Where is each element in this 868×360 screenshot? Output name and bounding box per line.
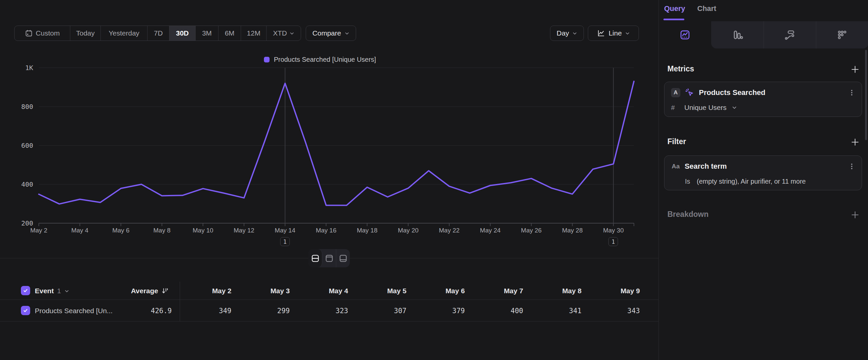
- chart-type-label: Line: [609, 29, 622, 37]
- filter-card[interactable]: Aa Search term Is (empty string), Air pu…: [664, 156, 862, 190]
- filter-operator: Is: [685, 178, 690, 185]
- x-axis-label: May 30: [595, 226, 631, 234]
- date-column-header[interactable]: May 2: [180, 282, 238, 300]
- add-filter-button[interactable]: [850, 137, 860, 147]
- range-yesterday-button[interactable]: Yesterday: [101, 26, 148, 40]
- tab-chart[interactable]: Chart: [697, 4, 716, 13]
- select-all-checkbox[interactable]: [21, 286, 30, 295]
- plus-icon: [850, 210, 860, 220]
- sort-descending-icon: [161, 287, 169, 295]
- plus-icon: [850, 65, 860, 74]
- row-checkbox[interactable]: [21, 306, 30, 315]
- layout-toggle-group: [308, 249, 350, 267]
- range-12m-button[interactable]: 12M: [241, 26, 267, 40]
- tab-funnels[interactable]: [711, 21, 764, 49]
- report-main-area: CustomTodayYesterday7D30D3M6M12MXTD Comp…: [0, 0, 658, 360]
- bottom-bar-layout-icon: [339, 254, 348, 263]
- range-label: Today: [76, 29, 94, 37]
- tab-flows[interactable]: [764, 21, 816, 49]
- breakdown-section-title: Breakdown: [668, 210, 709, 219]
- tab-retention[interactable]: [816, 21, 868, 49]
- table-header-row: Event 1 Average May 2May 3May 4May 5May …: [0, 282, 658, 300]
- event-column-header[interactable]: Event 1: [35, 287, 69, 295]
- chevron-down-icon: [344, 31, 349, 36]
- range-7d-button[interactable]: 7D: [148, 26, 169, 40]
- y-axis-label: 800: [9, 103, 33, 111]
- aggregation-prefix: #: [671, 104, 679, 112]
- analytics-app: CustomTodayYesterday7D30D3M6M12MXTD Comp…: [0, 0, 868, 360]
- chevron-down-icon: [64, 288, 69, 294]
- funnel-bars-icon: [732, 29, 743, 40]
- date-column-header[interactable]: May 8: [530, 282, 588, 300]
- metric-card[interactable]: A Products Searched # Unique Users: [664, 82, 862, 117]
- calendar-icon: [25, 29, 33, 37]
- x-axis-label: May 28: [554, 226, 590, 234]
- filter-section-title: Filter: [668, 137, 686, 146]
- x-axis-label: May 10: [185, 226, 221, 234]
- date-value-cell: 323: [297, 300, 355, 321]
- aggregation-selector[interactable]: # Unique Users: [671, 103, 737, 113]
- x-axis-label: May 22: [431, 226, 467, 234]
- y-axis-label: 1K: [9, 64, 33, 72]
- chart-plot-area: [39, 68, 634, 227]
- date-column-header[interactable]: May 7: [471, 282, 530, 300]
- table-row: Products Searched [Un... 426.9 349299323…: [0, 300, 658, 322]
- tab-insights[interactable]: [659, 21, 711, 49]
- range-today-button[interactable]: Today: [70, 26, 101, 40]
- query-builder-panel: Query Chart Metrics: [658, 0, 868, 360]
- chart-type-button[interactable]: Line: [588, 26, 639, 41]
- metric-card-row: A Products Searched: [671, 87, 856, 99]
- granularity-button[interactable]: Day: [550, 26, 584, 41]
- range-xtd-button[interactable]: XTD: [267, 26, 301, 40]
- date-value-cell: 379: [413, 300, 471, 321]
- date-column-header[interactable]: May 4: [297, 282, 355, 300]
- date-column-header[interactable]: May 6: [413, 282, 471, 300]
- check-icon: [23, 287, 29, 294]
- range-custom-button[interactable]: Custom: [14, 26, 70, 40]
- flows-icon: [784, 29, 796, 40]
- average-value: 426.9: [83, 307, 172, 315]
- legend-label: Products Searched [Unique Users]: [274, 56, 376, 63]
- annotation-badge[interactable]: 1: [609, 237, 618, 246]
- series-line: [39, 81, 634, 205]
- legend-swatch: [264, 57, 270, 62]
- layout-chart-only-button[interactable]: [322, 249, 336, 267]
- x-axis-label: May 24: [472, 226, 508, 234]
- aggregation-label: Unique Users: [684, 104, 726, 112]
- add-breakdown-button[interactable]: [850, 210, 860, 220]
- metric-options-button[interactable]: [848, 89, 856, 96]
- filter-condition[interactable]: Is (empty string), Air purifier, or 11 m…: [685, 176, 806, 186]
- x-axis-label: May 18: [349, 226, 385, 234]
- date-column-header[interactable]: May 3: [238, 282, 297, 300]
- range-30d-button[interactable]: 30D: [169, 26, 196, 40]
- range-3m-button[interactable]: 3M: [196, 26, 218, 40]
- compare-button[interactable]: Compare: [306, 26, 356, 41]
- average-label: Average: [131, 287, 158, 295]
- range-6m-button[interactable]: 6M: [218, 26, 241, 40]
- annotation-badge[interactable]: 1: [280, 237, 290, 246]
- range-label: XTD: [273, 29, 287, 37]
- y-axis-label: 400: [9, 180, 33, 188]
- x-axis-label: May 26: [513, 226, 550, 234]
- chevron-down-icon: [572, 31, 577, 36]
- date-value-cell: 307: [355, 300, 413, 321]
- layout-chart-and-table-button[interactable]: [308, 249, 322, 267]
- range-label: Yesterday: [109, 29, 140, 37]
- chevron-down-icon: [732, 105, 737, 110]
- layout-table-only-button[interactable]: [336, 249, 350, 267]
- insights-chart-icon: [679, 29, 691, 40]
- tab-query[interactable]: Query: [664, 4, 685, 13]
- chart-legend[interactable]: Products Searched [Unique Users]: [0, 55, 640, 64]
- date-range-group: CustomTodayYesterday7D30D3M6M12MXTD: [14, 26, 301, 41]
- x-axis-label: May 14: [267, 226, 303, 234]
- date-column-header[interactable]: May 5: [355, 282, 413, 300]
- metrics-section-title: Metrics: [668, 64, 694, 74]
- x-axis-label: May 4: [62, 226, 98, 234]
- add-metric-button[interactable]: [850, 64, 860, 74]
- compare-label: Compare: [312, 29, 341, 37]
- average-column-header[interactable]: Average: [83, 287, 169, 295]
- filter-options-button[interactable]: [848, 162, 856, 170]
- range-label: 12M: [247, 29, 260, 37]
- panel-scrollbar[interactable]: [865, 50, 867, 140]
- date-column-header[interactable]: May 9: [588, 282, 647, 300]
